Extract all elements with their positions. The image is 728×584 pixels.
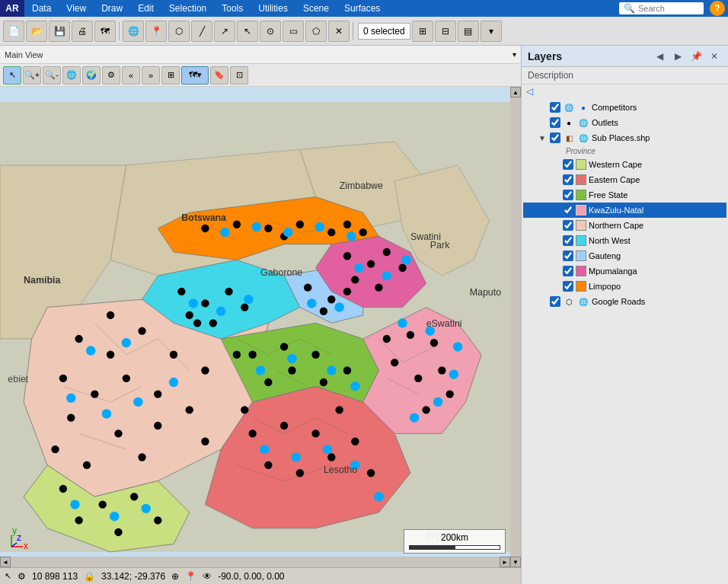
horizontal-scrollbar[interactable]: ◄ ► (0, 557, 510, 567)
svg-point-124 (374, 492, 383, 501)
search-area[interactable]: 🔍 (619, 2, 704, 14)
chart-button[interactable]: ▤ (458, 21, 479, 42)
north-west-checkbox[interactable] (563, 235, 573, 246)
menu-tools[interactable]: Tools (214, 0, 251, 17)
kwazulu-natal-checkbox[interactable] (563, 205, 573, 215)
extra-tool[interactable]: ⊡ (230, 66, 248, 85)
map-button[interactable]: 🗺 (94, 21, 116, 42)
dropdown-button[interactable]: ▾ (481, 21, 502, 42)
lasso-button[interactable]: ⊙ (260, 21, 281, 42)
svg-point-147 (402, 255, 411, 264)
google-roads-label: Google Roads (592, 297, 723, 306)
globe-nav[interactable]: 🌐 (62, 66, 81, 85)
panel-close-btn[interactable]: ✕ (707, 49, 722, 64)
svg-text:Lesotho: Lesotho (324, 464, 357, 475)
menu-data[interactable]: Data (24, 0, 59, 17)
northern-cape-checkbox[interactable] (563, 220, 573, 231)
free-state-checkbox[interactable] (563, 190, 573, 200)
subplaces-expand[interactable]: ▼ (538, 134, 548, 142)
zoom-in-tool[interactable]: 🔍+ (23, 66, 41, 85)
settings-tool[interactable]: ⚙ (102, 66, 120, 85)
arrow-button[interactable]: ↗ (214, 21, 235, 42)
new-button[interactable]: 📄 (3, 21, 24, 42)
status-icon-1: ↖ (5, 571, 11, 581)
pointer-tool[interactable]: ↖ (3, 66, 21, 85)
subplaces-polygon-icon: ◧ (563, 132, 575, 144)
zoom-value: 10 898 113 (32, 571, 78, 582)
help-button[interactable]: ? (710, 1, 725, 16)
menu-draw[interactable]: Draw (94, 0, 130, 17)
rect-select-button[interactable]: ▭ (283, 21, 304, 42)
layer-mpumalanga[interactable]: Mpumalanga (523, 263, 726, 279)
mpumalanga-checkbox[interactable] (563, 266, 573, 276)
select-button[interactable]: ↖ (237, 21, 258, 42)
layer-northern-cape[interactable]: Northern Cape (523, 218, 726, 233)
deselect-button[interactable]: ✕ (328, 21, 350, 42)
panel-back-btn[interactable]: ◀ (652, 49, 667, 64)
view-dropdown[interactable]: ▾ (512, 50, 516, 59)
search-input[interactable] (638, 4, 699, 13)
bookmark-tool[interactable]: 🔖 (210, 66, 228, 85)
back-nav[interactable]: « (122, 66, 140, 85)
layer-north-west[interactable]: North West (523, 233, 726, 248)
menu-surfaces[interactable]: Surfaces (337, 0, 388, 17)
svg-point-118 (110, 512, 119, 521)
layer-western-cape[interactable]: Western Cape (523, 157, 726, 172)
map-view-tool[interactable]: 🗺▾ (181, 66, 209, 85)
google-roads-checkbox[interactable] (550, 296, 560, 307)
competitors-checkbox[interactable] (550, 102, 560, 113)
svg-point-117 (70, 499, 79, 509)
scroll-down[interactable]: ▼ (510, 557, 521, 567)
menu-utilities[interactable]: Utilities (251, 0, 295, 17)
select-attr-button[interactable]: ⊞ (412, 21, 433, 42)
polygon-button[interactable]: ⬡ (168, 21, 190, 42)
panel-forward-btn[interactable]: ▶ (670, 49, 685, 64)
scroll-track-v[interactable] (510, 97, 521, 557)
scroll-up[interactable]: ▲ (510, 87, 521, 97)
collapse-all[interactable]: ◁ (522, 85, 728, 98)
description-tab[interactable]: Description (522, 67, 728, 85)
lock-icon: 🔒 (84, 571, 95, 582)
layer-free-state[interactable]: Free State (523, 187, 726, 203)
western-cape-checkbox[interactable] (563, 159, 573, 170)
line-button[interactable]: ╱ (191, 21, 212, 42)
layer-google-roads[interactable]: ⬡ 🌐 Google Roads (523, 294, 726, 309)
print-button[interactable]: 🖨 (72, 21, 93, 42)
layer-outlets[interactable]: ● 🌐 Outlets (523, 115, 726, 130)
table-button[interactable]: ⊟ (435, 21, 456, 42)
pin-button[interactable]: 📍 (145, 21, 167, 42)
gauteng-checkbox[interactable] (563, 251, 573, 261)
map-canvas[interactable]: Namibia Botswana Zimbabwe Swatini Lesoth… (0, 87, 521, 567)
layer-kwazulu-natal[interactable]: KwaZulu-Natal (523, 203, 726, 218)
competitors-dot-icon: ● (577, 101, 589, 113)
layer-eastern-cape[interactable]: Eastern Cape (523, 172, 726, 187)
globe-button[interactable]: 🌐 (123, 21, 144, 42)
svg-point-138 (252, 222, 261, 231)
save-button[interactable]: 💾 (49, 21, 70, 42)
grid-tool[interactable]: ⊞ (161, 66, 180, 85)
scroll-left[interactable]: ◄ (0, 557, 11, 567)
layer-limpopo[interactable]: Limpopo (523, 279, 726, 294)
open-button[interactable]: 📂 (26, 21, 47, 42)
layer-subplaces[interactable]: ▼ ◧ 🌐 Sub Places.shp (523, 130, 726, 145)
svg-point-115 (133, 397, 142, 407)
forward-nav[interactable]: » (142, 66, 160, 85)
scroll-right[interactable]: ► (500, 557, 510, 567)
menu-view[interactable]: View (59, 0, 94, 17)
layer-gauteng[interactable]: Gauteng (523, 248, 726, 263)
subplaces-checkbox[interactable] (550, 132, 560, 143)
polygon-select-button[interactable]: ⬠ (305, 21, 327, 42)
eastern-cape-checkbox[interactable] (563, 174, 573, 185)
vertical-scrollbar[interactable]: ▲ ▼ (510, 87, 521, 567)
menu-edit[interactable]: Edit (130, 0, 161, 17)
menu-scene[interactable]: Scene (295, 0, 337, 17)
svg-point-93 (225, 288, 232, 295)
zoom-out-tool[interactable]: 🔍- (43, 66, 61, 85)
limpopo-checkbox[interactable] (563, 281, 573, 292)
globe-nav2[interactable]: 🌍 (82, 66, 101, 85)
menu-selection[interactable]: Selection (161, 0, 214, 17)
panel-pin-btn[interactable]: 📌 (688, 49, 704, 64)
scroll-track-h[interactable] (11, 557, 500, 567)
layer-competitors[interactable]: 🌐 ● Competitors (523, 100, 726, 115)
outlets-checkbox[interactable] (550, 117, 560, 128)
